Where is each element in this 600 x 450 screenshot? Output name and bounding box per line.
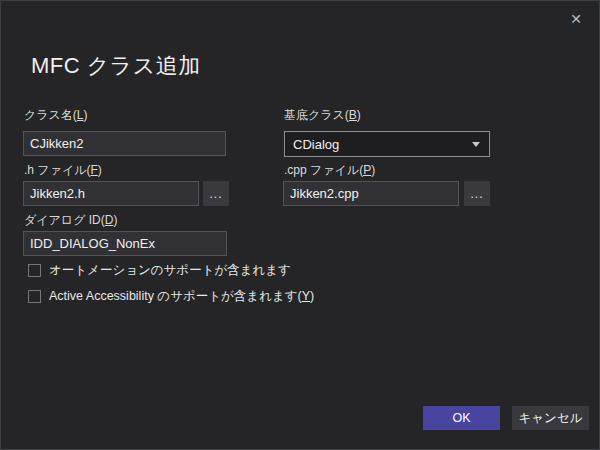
mfc-add-class-dialog: ✕ MFC クラス追加 クラス名(L) 基底クラス(B) CDialog .h … [0, 0, 600, 450]
label-mnemonic: P [363, 163, 371, 177]
label-post: ) [98, 163, 102, 177]
base-class-selected-value: CDialog [293, 137, 339, 152]
cancel-button[interactable]: キャンセル [512, 406, 589, 430]
label-pre: .h ファイル( [24, 163, 90, 177]
label-mnemonic: F [90, 163, 97, 177]
dropdown-arrow-icon [472, 142, 480, 147]
label-pre: Active Accessibility のサポートが含まれます( [49, 289, 302, 303]
label-mnemonic: B [349, 108, 357, 122]
label-post: ) [113, 213, 117, 227]
dialog-id-label: ダイアログ ID(D) [24, 212, 117, 229]
label-post: ) [84, 108, 88, 122]
active-accessibility-checkbox[interactable] [28, 290, 41, 303]
label-post: ) [310, 289, 314, 303]
class-name-label: クラス名(L) [24, 107, 88, 124]
label-post: ) [371, 163, 375, 177]
cpp-file-label: .cpp ファイル(P) [284, 162, 375, 179]
label-pre: オートメーションのサポートが含まれます [49, 263, 291, 277]
label-pre: ダイアログ ID( [24, 213, 105, 227]
base-class-combobox[interactable]: CDialog [284, 131, 490, 157]
label-mnemonic: Y [302, 289, 310, 303]
base-class-label: 基底クラス(B) [284, 107, 361, 124]
h-file-browse-button[interactable]: ... [203, 181, 229, 206]
h-file-input[interactable] [23, 181, 199, 206]
cpp-file-input[interactable] [283, 181, 459, 206]
ok-button[interactable]: OK [423, 406, 500, 430]
close-button[interactable]: ✕ [563, 7, 589, 31]
automation-support-checkbox-label[interactable]: オートメーションのサポートが含まれます [49, 262, 291, 279]
close-icon: ✕ [570, 11, 582, 27]
label-pre: .cpp ファイル( [284, 163, 363, 177]
dialog-title: MFC クラス追加 [31, 51, 201, 81]
active-accessibility-checkbox-label[interactable]: Active Accessibility のサポートが含まれます(Y) [49, 288, 314, 305]
h-file-label: .h ファイル(F) [24, 162, 102, 179]
label-pre: クラス名( [24, 108, 77, 122]
label-post: ) [357, 108, 361, 122]
cpp-file-browse-button[interactable]: ... [464, 181, 490, 206]
automation-support-checkbox[interactable] [28, 264, 41, 277]
label-pre: 基底クラス( [284, 108, 349, 122]
dialog-id-input[interactable] [23, 231, 227, 256]
label-mnemonic: L [77, 108, 84, 122]
class-name-input[interactable] [23, 131, 226, 156]
